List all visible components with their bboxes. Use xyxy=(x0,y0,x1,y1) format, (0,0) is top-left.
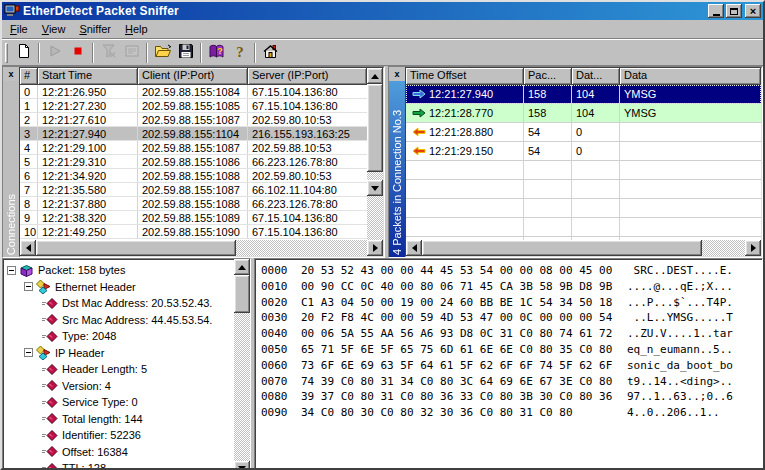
close-icon: × xyxy=(750,6,756,16)
hex-row: 000020 53 52 43 00 00 44 45 53 54 00 00 … xyxy=(261,263,762,279)
connection-row[interactable]: 1012:21:49.250202.59.88.155:109067.15.10… xyxy=(20,225,367,239)
packets-panel-close-button[interactable]: x xyxy=(391,68,404,81)
tree-item[interactable]: Offset: 16384 xyxy=(3,444,234,461)
toolbar-button-context-help[interactable]: ? xyxy=(228,42,251,64)
cell: 12:21:27.610 xyxy=(38,113,138,126)
minimize-button[interactable] xyxy=(708,4,724,18)
connection-row[interactable]: 212:21:27.610202.59.88.155:1087202.59.80… xyxy=(20,113,367,127)
connection-row[interactable]: 912:21:38.320202.59.88.155:108967.15.104… xyxy=(20,211,367,225)
toolbar-button-home[interactable] xyxy=(259,42,282,64)
menu-item-view[interactable]: View xyxy=(35,21,73,38)
scroll-down-button[interactable] xyxy=(234,461,250,470)
toolbar-button-stop-capture[interactable] xyxy=(66,42,89,64)
connections-vertical-scrollbar xyxy=(367,68,383,240)
maximize-button[interactable] xyxy=(726,4,742,18)
cell: 202.59.88.155:1104 xyxy=(138,127,248,140)
scrollbar-track[interactable] xyxy=(234,313,250,461)
scroll-right-button[interactable] xyxy=(745,240,761,256)
connection-row[interactable]: 012:21:26.950202.59.88.155:108467.15.104… xyxy=(20,85,367,99)
toolbar-button-open-file[interactable] xyxy=(151,42,174,64)
scroll-left-button[interactable] xyxy=(20,240,36,256)
column-header-client[interactable]: Client (IP:Port) xyxy=(138,68,248,85)
hex-offset: 0030 xyxy=(261,310,293,326)
column-header-data-size[interactable]: Dat... xyxy=(572,68,620,85)
tree-item[interactable]: Identifier: 52236 xyxy=(3,427,234,444)
packet-row[interactable]: 12:21:29.150540 xyxy=(406,142,761,161)
tree-item[interactable]: IP Header xyxy=(3,345,234,362)
cell: 12:21:29.150 xyxy=(406,142,524,160)
connections-tab[interactable]: Connections xyxy=(3,81,19,257)
scrollbar-track[interactable] xyxy=(236,240,367,256)
column-header-time-offset[interactable]: Time Offset xyxy=(406,68,524,85)
connection-row[interactable]: 712:21:35.580202.59.88.155:108766.102.11… xyxy=(20,183,367,197)
connections-panel-close-button[interactable]: x xyxy=(5,68,18,81)
scroll-up-button[interactable] xyxy=(234,259,250,275)
tree-item[interactable]: Header Length: 5 xyxy=(3,361,234,378)
tree-item[interactable]: Version: 4 xyxy=(3,378,234,395)
cell: 2 xyxy=(20,113,38,126)
column-header-server[interactable]: Server (IP:Port) xyxy=(248,68,367,85)
scrollbar-track[interactable] xyxy=(702,240,745,256)
connection-row[interactable]: 412:21:29.100202.59.88.155:1087202.59.88… xyxy=(20,141,367,155)
scroll-up-button[interactable] xyxy=(367,68,383,84)
hex-bytes: 00 90 CC 0C 40 00 80 06 71 45 CA 3B 58 9… xyxy=(301,279,615,295)
tree-item-label: Src Mac Address: 44.45.53.54. xyxy=(62,314,212,326)
menu-item-file[interactable]: File xyxy=(3,21,35,38)
packet-row[interactable]: 12:21:27.940158104YMSG xyxy=(406,85,761,104)
scrollbar-thumb[interactable] xyxy=(367,84,383,172)
window-title: EtherDetect Packet Sniffer xyxy=(23,4,706,18)
tree-expand-toggle[interactable] xyxy=(24,282,33,291)
cell: 12:21:29.100 xyxy=(38,141,138,154)
toolbar-grip[interactable] xyxy=(5,43,8,63)
toolbar-button-help-book[interactable]: ? xyxy=(205,42,228,64)
packet-row[interactable]: 12:21:28.880540 xyxy=(406,123,761,142)
column-header-packet-size[interactable]: Pac... xyxy=(524,68,572,85)
toolbar-button-view-options[interactable] xyxy=(120,42,143,64)
close-button[interactable]: × xyxy=(745,4,761,18)
tree-item[interactable]: Ethernet Header xyxy=(3,279,234,296)
tree-item[interactable]: Type: 2048 xyxy=(3,328,234,345)
tree-expand-toggle[interactable] xyxy=(24,348,33,357)
column-header-data[interactable]: Data xyxy=(620,68,761,85)
cell xyxy=(406,199,524,217)
hex-bytes: 00 06 5A 55 AA 56 A6 93 D8 0C 31 C0 80 7… xyxy=(301,326,615,342)
time-offset-value: 12:21:28.880 xyxy=(429,126,493,138)
scroll-right-button[interactable] xyxy=(367,240,383,256)
cell: 6 xyxy=(20,169,38,182)
toolbar-button-new-document[interactable] xyxy=(12,42,35,64)
connection-row[interactable]: 312:21:27.940202.59.88.155:1104216.155.1… xyxy=(20,127,367,141)
scrollbar-thumb[interactable] xyxy=(36,240,236,256)
column-header-start-time[interactable]: Start Time xyxy=(38,68,138,85)
column-header-number[interactable]: # xyxy=(20,68,38,85)
scrollbar-track[interactable] xyxy=(367,172,383,180)
tree-item[interactable]: TTL: 128 xyxy=(3,460,234,470)
tree-item[interactable]: Dst Mac Address: 20.53.52.43. xyxy=(3,295,234,312)
tree-expand-toggle[interactable] xyxy=(7,266,16,275)
scrollbar-thumb[interactable] xyxy=(422,240,702,256)
packet-row[interactable]: 12:21:28.770158104YMSG xyxy=(406,104,761,123)
hex-row: 009034 C0 80 30 C0 80 32 30 36 C0 80 31 … xyxy=(261,405,762,421)
toolbar-button-start-capture[interactable] xyxy=(43,42,66,64)
cell xyxy=(620,161,761,179)
connection-row[interactable]: 512:21:29.310202.59.88.155:108666.223.12… xyxy=(20,155,367,169)
tree-item[interactable]: Service Type: 0 xyxy=(3,394,234,411)
toolbar-button-filter[interactable] xyxy=(97,42,120,64)
toolbar-button-save-file[interactable] xyxy=(174,42,197,64)
connection-row[interactable]: 112:21:27.230202.59.88.155:108567.15.104… xyxy=(20,99,367,113)
packets-in-connection-tab[interactable]: 4 Packets in Connection No.3 xyxy=(389,81,405,257)
scroll-down-icon xyxy=(238,466,246,470)
tree-item[interactable]: Packet: 158 bytes xyxy=(3,262,234,279)
right-green-arrow-icon xyxy=(410,108,427,118)
tree-item[interactable]: Src Mac Address: 44.45.53.54. xyxy=(3,312,234,329)
connection-row[interactable]: 612:21:34.920202.59.88.155:1088202.59.80… xyxy=(20,169,367,183)
tree-item[interactable]: Total length: 144 xyxy=(3,411,234,428)
cell: 54 xyxy=(524,142,572,160)
scrollbar-thumb[interactable] xyxy=(234,275,250,313)
scroll-down-button[interactable] xyxy=(367,180,383,196)
menu-item-sniffer[interactable]: Sniffer xyxy=(72,21,118,38)
scroll-left-button[interactable] xyxy=(406,240,422,256)
protocol-header-icon xyxy=(36,279,51,294)
connection-row[interactable]: 812:21:37.880202.59.88.155:108866.223.12… xyxy=(20,197,367,211)
menu-item-help[interactable]: Help xyxy=(118,21,155,38)
cell: 202.59.88.10:53 xyxy=(248,141,367,154)
